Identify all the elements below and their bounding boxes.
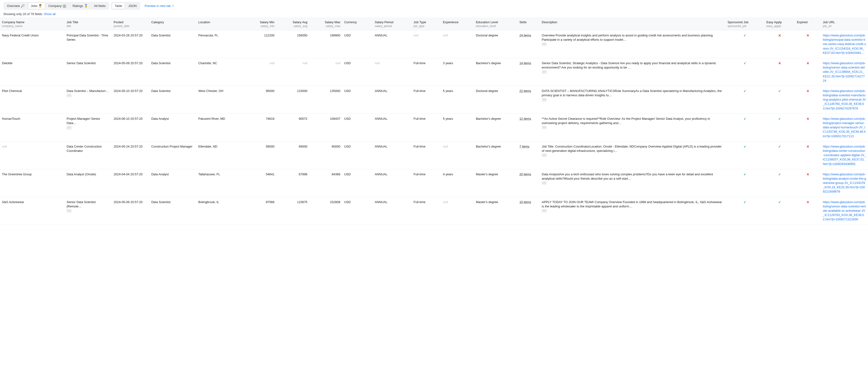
table-header-row: Company Namecompany_nameJob TitletitlePo… — [0, 18, 868, 30]
entity-tab-4[interactable]: All fields — [91, 3, 108, 9]
entity-tab-1[interactable]: Jobs 👨‍💼 — [28, 3, 45, 9]
job-url-link[interactable]: https://www.glassdoor.com/job-listing/pr… — [823, 33, 866, 55]
period-cell: ANNUAL — [373, 30, 411, 58]
experience-cell: 5 years — [441, 114, 474, 141]
column-header[interactable]: Description — [540, 18, 725, 30]
job-url-link[interactable]: https://www.glassdoor.com/job-listing/se… — [823, 61, 866, 83]
preview-in-new-tab[interactable]: Preview in new tab ↗ — [142, 3, 176, 9]
period-cell: ANNUAL — [373, 114, 411, 141]
column-header[interactable]: Category — [149, 18, 196, 30]
salary-cell: null — [309, 58, 342, 86]
column-header[interactable]: Salary Avgsalary_avg — [277, 18, 310, 30]
expand-icon[interactable]: ⋯ — [542, 70, 547, 73]
column-header[interactable]: Experience — [441, 18, 474, 30]
job-url-link[interactable]: https://www.glassdoor.com/job-listing/se… — [823, 200, 866, 222]
expand-icon[interactable]: ⋯ — [66, 126, 71, 129]
url-cell: https://www.glassdoor.com/job-listing/da… — [821, 86, 868, 114]
easy-apply-check-icon: ✓ — [764, 197, 795, 225]
external-link-icon: ↗ — [172, 4, 174, 7]
experience-cell: null — [441, 30, 474, 58]
company-cell: HumanTouch — [0, 114, 65, 141]
easy-apply-cross-icon: ✕ — [764, 30, 795, 58]
job-url-link[interactable]: https://www.glassdoor.com/job-listing/da… — [823, 172, 866, 194]
entity-tab-2[interactable]: Company 🏢 — [45, 3, 69, 9]
salary-cell: 156050 — [277, 30, 310, 58]
toolbar: Overview 🔎Jobs 👨‍💼Company 🏢Ratings 🏅All … — [0, 0, 868, 12]
salary-cell: 69000 — [277, 141, 310, 169]
company-cell: Navy Federal Credit Union — [0, 30, 65, 58]
expand-icon[interactable]: ⋯ — [66, 209, 71, 213]
description-text: APPLY TODAY TO JOIN OUR TEAM! Company Ov… — [542, 200, 724, 209]
column-header[interactable]: Education Leveleducation_level — [474, 18, 518, 30]
job-url-link[interactable]: https://www.glassdoor.com/job-listing/da… — [823, 144, 866, 166]
skills-link[interactable]: 7 items — [520, 144, 529, 149]
expand-icon[interactable]: ⋯ — [66, 94, 71, 97]
skills-cell: 12 items — [518, 114, 540, 141]
sponsored-check-icon: ✓ — [725, 114, 764, 141]
column-header[interactable]: Salary Periodsalary_period — [373, 18, 411, 30]
jobtype-cell: Full-time — [412, 114, 441, 141]
null-value: null — [270, 61, 274, 65]
skills-link[interactable]: 12 items — [520, 117, 531, 121]
description-cell: DATA SCIENTIST – MANUFACTURING ANALYTICS… — [540, 86, 725, 114]
currency-cell: USD — [342, 141, 373, 169]
data-table: Company Namecompany_nameJob TitletitlePo… — [0, 18, 868, 225]
education-cell: Bachelor's degree — [474, 114, 518, 141]
location-cell: Pensacola, FL — [196, 30, 244, 58]
job-url-link[interactable]: https://www.glassdoor.com/job-listing/pr… — [823, 117, 866, 139]
skills-cell: 7 items — [518, 141, 540, 169]
column-subheader: sponsored_job — [727, 24, 763, 28]
expand-icon[interactable]: ⋯ — [542, 42, 547, 46]
jobtype-cell: null — [412, 30, 441, 58]
expand-icon[interactable]: ⋯ — [542, 126, 547, 129]
column-header[interactable]: Location — [196, 18, 244, 30]
company-cell: Deloitte — [0, 58, 65, 86]
column-header[interactable]: Salary Maxsalary_max — [309, 18, 342, 30]
column-header[interactable]: Company Namecompany_name — [0, 18, 65, 30]
currency-cell: USD — [342, 197, 373, 225]
period-cell: ANNUAL — [373, 197, 411, 225]
expired-cross-icon: ✕ — [795, 114, 821, 141]
skills-link[interactable]: 20 items — [520, 172, 531, 177]
expand-icon[interactable]: ⋯ — [542, 153, 547, 157]
show-all-link[interactable]: Show all — [44, 12, 56, 16]
view-tab-1[interactable]: JSON — [125, 3, 140, 9]
expand-icon[interactable]: ⋯ — [542, 181, 547, 185]
column-header[interactable]: Salary Minsalary_min — [244, 18, 277, 30]
jobtype-cell: Full-time — [412, 141, 441, 169]
column-header[interactable]: Job Titletitle — [65, 18, 112, 30]
entity-tab-0[interactable]: Overview 🔎 — [4, 3, 28, 9]
column-header[interactable]: Sponsored Jobsponsored_job — [725, 18, 764, 30]
column-header[interactable]: Job URLjob_url — [821, 18, 868, 30]
expired-cross-icon: ✕ — [795, 141, 821, 169]
skills-link[interactable]: 22 items — [520, 89, 531, 93]
column-subheader: salary_avg — [278, 24, 308, 28]
title-cell: Data Center Construction Coordinator — [65, 141, 112, 169]
education-cell: Master's degree — [474, 197, 518, 225]
column-header[interactable]: Postedposted_date — [112, 18, 149, 30]
skills-link[interactable]: 14 items — [520, 61, 531, 65]
column-header[interactable]: Currency — [342, 18, 373, 30]
job-url-link[interactable]: https://www.glassdoor.com/job-listing/da… — [823, 89, 866, 111]
view-tab-0[interactable]: Table — [112, 3, 125, 9]
column-header[interactable]: Skills — [518, 18, 540, 30]
column-header[interactable]: Job Typejob_type — [412, 18, 441, 30]
expand-icon[interactable]: ⋯ — [542, 98, 547, 101]
url-cell: https://www.glassdoor.com/job-listing/da… — [821, 141, 868, 169]
expand-icon[interactable]: ⋯ — [542, 209, 547, 212]
column-subheader: job_type — [414, 24, 439, 28]
easy-apply-check-icon: ✓ — [764, 169, 795, 197]
salary-cell: 87566 — [244, 197, 277, 225]
column-header[interactable]: Easy Applyeasy_apply — [764, 18, 795, 30]
entity-tab-3[interactable]: Ratings 🏅 — [70, 3, 91, 9]
location-cell: Bolingbrook, IL — [196, 197, 244, 225]
null-value: null — [414, 33, 418, 37]
title-cell: Senior Data Scientist (Remote…⋯ — [65, 197, 112, 225]
data-table-wrapper: Company Namecompany_nameJob TitletitlePo… — [0, 18, 868, 225]
salary-cell: 95000 — [244, 86, 277, 114]
period-cell: ANNUAL — [373, 141, 411, 169]
column-header[interactable]: Expired — [795, 18, 821, 30]
skills-link[interactable]: 10 items — [520, 200, 531, 204]
skills-link[interactable]: 24 items — [520, 33, 531, 38]
column-subheader: job_url — [823, 24, 866, 28]
